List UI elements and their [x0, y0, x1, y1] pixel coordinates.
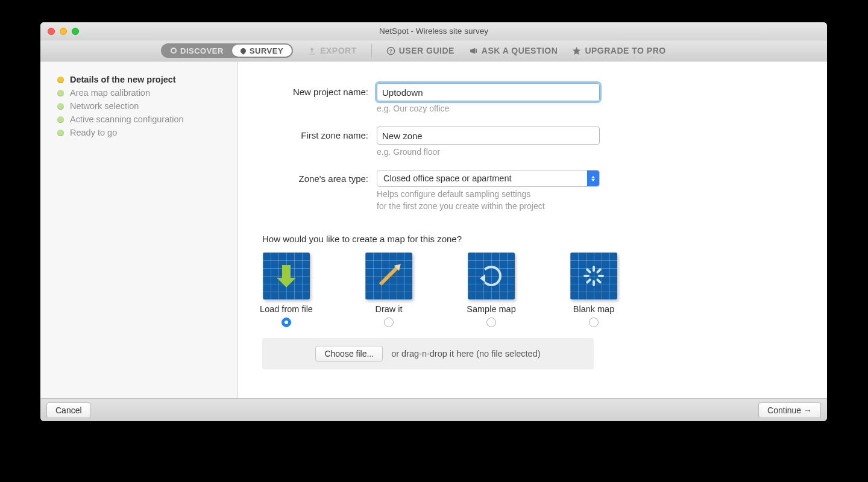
option-sample-map[interactable]: Sample map — [461, 252, 521, 327]
export-button: EXPORT — [307, 46, 357, 55]
steps-sidebar: Details of the new project Area map cali… — [40, 61, 238, 398]
mode-toggle: DISCOVER SURVEY — [161, 43, 293, 58]
option-label: Blank map — [564, 304, 624, 314]
option-load-from-file[interactable]: Load from file — [256, 252, 316, 327]
ask-question-button[interactable]: ASK A QUESTION — [469, 46, 558, 55]
area-type-select[interactable]: Closed office space or apartment — [377, 170, 600, 187]
user-guide-button[interactable]: ? USER GUIDE — [386, 46, 454, 55]
step-label: Active scanning configuration — [70, 114, 184, 124]
zone-name-input[interactable] — [377, 127, 600, 145]
project-name-input[interactable] — [377, 83, 600, 101]
user-guide-label: USER GUIDE — [399, 46, 454, 55]
file-dropzone[interactable]: Choose file... or drag-n-drop it here (n… — [262, 338, 594, 369]
choose-file-button[interactable]: Choose file... — [315, 346, 383, 362]
spinner-icon — [583, 266, 604, 286]
step-network[interactable]: Network selection — [57, 101, 227, 111]
bullet-icon — [57, 77, 64, 83]
area-type-value: Closed office space or apartment — [383, 174, 512, 183]
survey-tab[interactable]: SURVEY — [232, 45, 292, 57]
cancel-button[interactable]: Cancel — [46, 402, 91, 418]
step-details[interactable]: Details of the new project — [57, 75, 227, 84]
step-scanning[interactable]: Active scanning configuration — [57, 114, 227, 124]
svg-text:?: ? — [389, 48, 392, 54]
export-icon — [307, 46, 316, 55]
titlebar: NetSpot - Wireless site survey — [40, 22, 827, 40]
app-window: NetSpot - Wireless site survey DISCOVER … — [40, 22, 827, 421]
step-label: Area map calibration — [70, 88, 150, 98]
option-radio[interactable] — [486, 318, 496, 327]
option-label: Draw it — [359, 304, 419, 314]
bullet-icon — [57, 130, 64, 136]
toolbar-separator — [371, 44, 372, 57]
option-blank-map[interactable]: Blank map — [564, 252, 624, 327]
download-arrow-icon — [277, 265, 296, 287]
map-options: Load from file Draw it Sample map — [256, 252, 803, 327]
option-draw-it[interactable]: Draw it — [359, 252, 419, 327]
star-icon — [572, 46, 581, 55]
option-label: Load from file — [256, 304, 316, 314]
upgrade-label: UPGRADE TO PRO — [585, 46, 665, 55]
window-title: NetSpot - Wireless site survey — [40, 27, 827, 36]
bullet-icon — [57, 103, 64, 110]
option-radio[interactable] — [281, 318, 291, 327]
pencil-icon — [379, 266, 399, 286]
project-name-label: New project name: — [262, 83, 377, 97]
area-type-hint-2: for the first zone you create within the… — [377, 201, 606, 211]
zone-name-label: First zone name: — [262, 127, 377, 140]
export-label: EXPORT — [320, 46, 357, 55]
discover-label: DISCOVER — [180, 46, 224, 55]
toolbar: DISCOVER SURVEY EXPORT ? USER GUIDE ASK … — [40, 40, 827, 61]
chevron-updown-icon — [587, 171, 599, 186]
bullet-icon — [57, 116, 64, 123]
footer: Cancel Continue → — [40, 398, 827, 421]
area-type-hint-1: Helps configure default sampling setting… — [377, 189, 606, 199]
step-label: Network selection — [70, 101, 139, 111]
option-radio[interactable] — [384, 318, 394, 327]
pin-icon — [239, 47, 247, 55]
upgrade-button[interactable]: UPGRADE TO PRO — [572, 46, 665, 55]
sample-tile — [468, 252, 515, 299]
megaphone-icon — [469, 46, 478, 55]
load-file-tile — [263, 252, 310, 299]
survey-label: SURVEY — [250, 46, 283, 55]
map-question: How would you like to create a map for t… — [262, 234, 803, 244]
dropzone-status: or drag-n-drop it here (no file selected… — [391, 349, 540, 358]
help-icon: ? — [386, 46, 395, 55]
draw-tile — [365, 252, 412, 299]
zone-name-hint: e.g. Ground floor — [377, 147, 606, 157]
step-label: Details of the new project — [70, 75, 176, 84]
refresh-icon — [481, 266, 502, 286]
blank-tile — [570, 252, 617, 299]
continue-button[interactable]: Continue → — [758, 402, 821, 418]
area-type-label: Zone's area type: — [262, 170, 377, 184]
project-name-hint: e.g. Our cozy office — [377, 104, 606, 113]
discover-tab[interactable]: DISCOVER — [162, 45, 232, 57]
option-radio[interactable] — [589, 318, 599, 327]
step-calibration[interactable]: Area map calibration — [57, 88, 227, 98]
step-label: Ready to go — [70, 128, 117, 137]
ask-label: ASK A QUESTION — [482, 46, 558, 55]
option-label: Sample map — [461, 304, 521, 314]
step-ready[interactable]: Ready to go — [57, 128, 227, 137]
main-panel: New project name: e.g. Our cozy office F… — [238, 61, 827, 398]
target-icon — [171, 48, 177, 54]
bullet-icon — [57, 90, 64, 96]
